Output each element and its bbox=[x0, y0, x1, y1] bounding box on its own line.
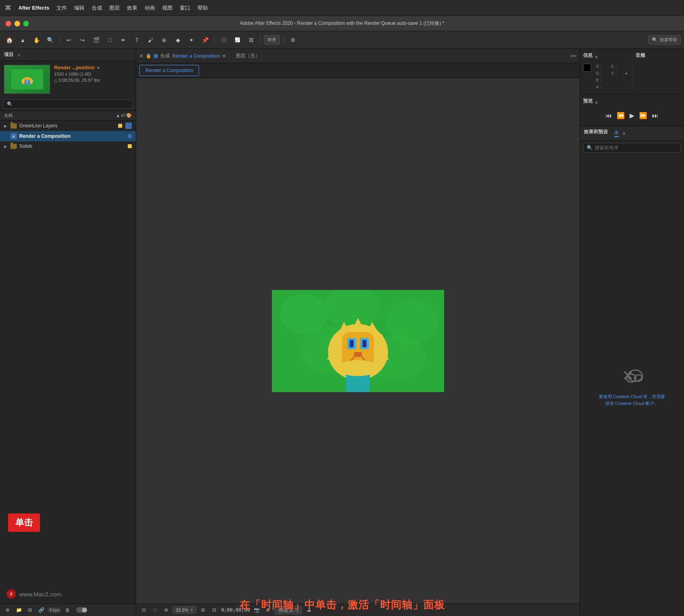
project-panel-header: 项目 ≡ bbox=[0, 49, 136, 61]
project-dropdown-icon[interactable]: ▼ bbox=[96, 66, 100, 70]
zoom-tool[interactable]: 🔍 bbox=[44, 34, 56, 46]
menu-item-layer[interactable]: 图层 bbox=[109, 4, 120, 12]
cloud-svg-icon: ✕ bbox=[620, 364, 644, 389]
folder-icon bbox=[10, 123, 17, 129]
svg-rect-27 bbox=[362, 340, 366, 347]
expand-arrows-button[interactable]: >> bbox=[570, 53, 576, 59]
b-label: B： bbox=[596, 77, 603, 83]
menu-item-view[interactable]: 视图 bbox=[162, 4, 173, 12]
preview-section: 预览 ≡ ⏮ ⏪ ▶ ⏩ ⏭ bbox=[580, 95, 684, 126]
menu-item-help[interactable]: 帮助 bbox=[197, 4, 208, 12]
preview-last-btn[interactable]: ⏭ bbox=[652, 112, 658, 119]
comp-tab-render[interactable]: Render a Composition bbox=[139, 65, 199, 76]
main-layout: 项目 ≡ bbox=[0, 49, 684, 616]
menu-item-window[interactable]: 窗口 bbox=[180, 4, 190, 12]
preview-prev-btn[interactable]: ⏪ bbox=[617, 112, 625, 119]
clone-tool[interactable]: ⊕ bbox=[158, 34, 170, 46]
redo-button[interactable]: ↪ bbox=[76, 34, 89, 46]
pen-tool[interactable]: ✒ bbox=[117, 34, 129, 46]
menu-bar: ⌘ After Effects 文件 编辑 合成 图层 效果 动画 视图 窗口 … bbox=[0, 0, 684, 16]
folder-name-solids: Solids bbox=[19, 143, 32, 149]
project-thumbnail[interactable] bbox=[4, 65, 50, 94]
info-title: 信息 bbox=[583, 52, 593, 59]
menu-item-effects[interactable]: 效果 bbox=[127, 4, 137, 12]
sort-up-icon[interactable]: ▲ bbox=[116, 113, 120, 118]
info-r-row: R： bbox=[596, 64, 604, 70]
preview-menu-icon[interactable]: ≡ bbox=[595, 100, 597, 105]
project-search-bar[interactable]: 🔍 bbox=[3, 99, 133, 109]
sort-tags-icon[interactable]: 🏷 bbox=[121, 113, 125, 118]
menu-item-file[interactable]: 文件 bbox=[56, 4, 67, 12]
project-dimensions: 1920 x 1080 (1.00) bbox=[54, 72, 100, 76]
apple-logo-icon[interactable]: ⌘ bbox=[5, 4, 11, 12]
layers-label: 图层（无） bbox=[236, 52, 260, 59]
list-item[interactable]: ▶ GreenLion Layers bbox=[0, 121, 136, 131]
list-item[interactable]: A Render a Composition bbox=[0, 131, 136, 141]
comp-close-button[interactable]: ✕ bbox=[139, 53, 143, 59]
rect-tool[interactable]: □ bbox=[104, 34, 116, 46]
composition-panel: ✕ 🔒 合成 Render a Composition ≡ 图层（无） >> R… bbox=[136, 49, 580, 616]
plus-icon: + bbox=[625, 70, 628, 76]
comp-lock-icon[interactable]: 🔒 bbox=[146, 53, 151, 58]
effects-search-bar[interactable]: 🔍 bbox=[583, 143, 681, 153]
undo-button[interactable]: ↩ bbox=[63, 34, 75, 46]
preview-first-btn[interactable]: ⏮ bbox=[606, 112, 612, 119]
preview-play-btn[interactable]: ▶ bbox=[630, 112, 634, 119]
thumbnail-lion-svg bbox=[11, 69, 43, 89]
library-tab[interactable]: 库 bbox=[614, 130, 619, 137]
color-swatch[interactable] bbox=[583, 64, 591, 72]
svg-rect-7 bbox=[24, 84, 31, 85]
traffic-lights bbox=[6, 21, 29, 26]
maximize-button[interactable] bbox=[23, 21, 29, 26]
text-tool[interactable]: T bbox=[131, 34, 143, 46]
puppet-tool[interactable]: ✦ bbox=[185, 34, 197, 46]
svg-point-33 bbox=[338, 360, 378, 376]
info-g-row: G： bbox=[596, 70, 604, 76]
mask-btn[interactable]: ⬛ bbox=[218, 34, 230, 46]
x-label: X： bbox=[611, 64, 618, 70]
folder-icon-solids bbox=[10, 144, 17, 149]
settings-btn[interactable]: ⚙ bbox=[287, 34, 299, 46]
close-button[interactable] bbox=[6, 21, 11, 26]
menu-item-animation[interactable]: 动画 bbox=[145, 4, 155, 12]
composition-viewer[interactable] bbox=[136, 78, 579, 604]
paint-btn[interactable]: 🖼 bbox=[245, 34, 257, 46]
effects-menu-icon[interactable]: ≡ bbox=[623, 131, 625, 136]
list-item[interactable]: ▶ Solids bbox=[0, 141, 136, 151]
align-button[interactable]: 对齐 bbox=[264, 35, 280, 44]
info-audio-section: 信息 ≡ R： G： B： bbox=[580, 49, 684, 95]
info-menu-icon[interactable]: ≡ bbox=[595, 54, 597, 59]
comp-tab-bar: Render a Composition bbox=[136, 63, 579, 78]
menu-item-composition[interactable]: 合成 bbox=[92, 4, 102, 12]
pin-tool[interactable]: 📌 bbox=[199, 34, 211, 46]
project-title: 项目 bbox=[4, 51, 14, 58]
shape-tool[interactable]: ◆ bbox=[172, 34, 184, 46]
cloud-message-2: 登录 Creative Cloud 帐户。 bbox=[605, 400, 659, 407]
brush-tool[interactable]: 🖌 bbox=[145, 34, 157, 46]
instruction-overlay: 在「时间轴」中单击，激活「时间轴」面板 bbox=[0, 598, 684, 612]
menu-item-edit[interactable]: 编辑 bbox=[74, 4, 84, 12]
minimize-button[interactable] bbox=[14, 21, 20, 26]
camera-button[interactable]: 🎬 bbox=[90, 34, 102, 46]
preview-next-btn[interactable]: ⏩ bbox=[639, 112, 647, 119]
project-search-input[interactable] bbox=[15, 101, 129, 107]
color-dot-solids bbox=[128, 144, 132, 148]
effects-search-input[interactable] bbox=[595, 145, 677, 151]
color-dot bbox=[118, 124, 122, 128]
graph-btn[interactable]: 📈 bbox=[231, 34, 243, 46]
arrow-tool[interactable]: ▲ bbox=[17, 34, 29, 46]
search-icon-effects: 🔍 bbox=[587, 145, 593, 151]
expand-arrow-icon[interactable]: ▶ bbox=[4, 124, 8, 128]
search-help-bar[interactable]: 🔍 搜索帮助 bbox=[648, 35, 681, 44]
expand-arrow-icon[interactable]: ▶ bbox=[4, 144, 8, 149]
comp-hamburger-icon[interactable]: ≡ bbox=[222, 53, 225, 59]
creative-cloud-icon: ✕ bbox=[620, 364, 644, 389]
hand-tool[interactable]: ✋ bbox=[30, 34, 42, 46]
folder-name: GreenLion Layers bbox=[19, 123, 57, 129]
project-info: Render ...position ▼ 1920 x 1080 (1.00) … bbox=[54, 65, 100, 83]
color-dot-comp bbox=[128, 134, 132, 138]
effects-section: 效果和预设 库 ≡ 🔍 ✕ 要使用 Creative C bbox=[580, 126, 684, 616]
home-button[interactable]: 🏠 bbox=[3, 34, 15, 46]
comp-section-label: 合成 bbox=[160, 52, 170, 59]
sort-color-icon[interactable]: 🎨 bbox=[126, 113, 132, 118]
